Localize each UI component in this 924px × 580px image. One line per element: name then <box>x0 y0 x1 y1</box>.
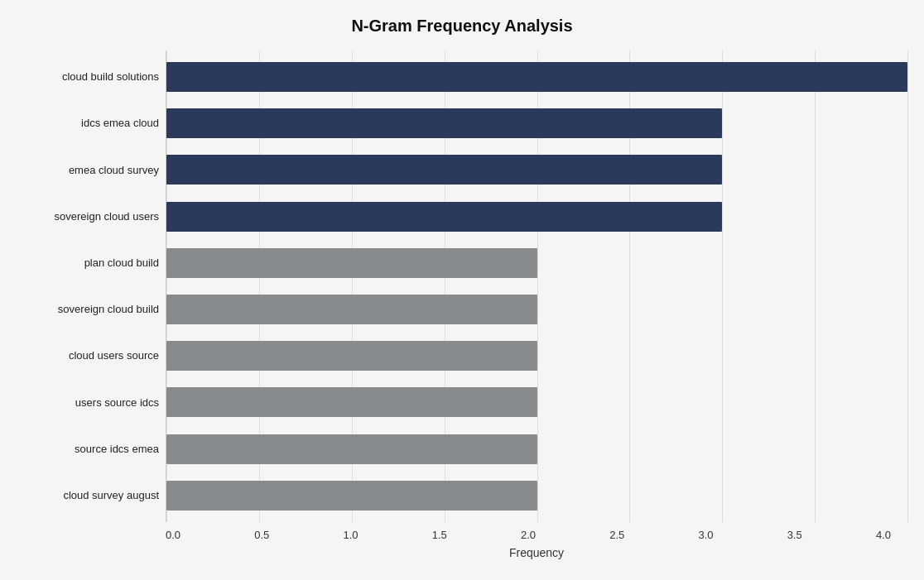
chart-area: cloud build solutionsidcs emea cloudemea… <box>17 50 907 522</box>
y-label: source idcs emea <box>75 428 159 471</box>
x-tick: 0.5 <box>254 529 269 541</box>
y-label: cloud users source <box>69 334 159 377</box>
x-tick: 3.5 <box>787 529 802 541</box>
y-label: sovereign cloud users <box>55 195 159 238</box>
bar <box>166 202 722 232</box>
y-label: sovereign cloud build <box>58 288 159 331</box>
chart-title: N-Gram Frequency Analysis <box>17 17 907 36</box>
bar-row <box>166 103 907 143</box>
y-label: plan cloud build <box>84 242 159 285</box>
bar <box>166 481 537 510</box>
y-label: cloud build solutions <box>62 55 159 98</box>
grid-line <box>907 50 908 522</box>
bar-row <box>166 150 907 189</box>
bar-row <box>166 429 907 469</box>
bar-row <box>166 336 907 376</box>
bar-row <box>166 382 907 422</box>
bar <box>166 434 537 464</box>
bar <box>166 108 722 138</box>
bar-row <box>166 290 907 329</box>
bar <box>166 155 722 185</box>
bar-row <box>166 57 907 97</box>
bar-row <box>166 476 907 515</box>
bar <box>166 295 537 324</box>
bars-section <box>166 50 907 522</box>
x-tick: 1.5 <box>432 529 447 541</box>
bar <box>166 387 537 417</box>
y-label: emea cloud survey <box>69 148 159 191</box>
x-axis-label: Frequency <box>166 546 907 559</box>
x-tick: 0.0 <box>166 529 180 541</box>
x-axis: 0.00.51.01.52.02.53.03.54.0 <box>166 529 907 541</box>
x-tick: 1.0 <box>343 529 358 541</box>
x-tick: 4.0 <box>876 529 891 541</box>
y-label: cloud survey august <box>63 474 159 517</box>
x-tick: 2.5 <box>609 529 624 541</box>
bar-row <box>166 197 907 237</box>
chart-container: N-Gram Frequency Analysis cloud build so… <box>0 0 924 580</box>
bar <box>166 341 537 371</box>
bar <box>166 62 907 92</box>
x-ticks: 0.00.51.01.52.02.53.03.54.0 <box>166 529 891 541</box>
y-label: users source idcs <box>75 381 159 424</box>
bar <box>166 248 537 278</box>
x-tick: 3.0 <box>698 529 713 541</box>
bars-rows <box>166 50 907 522</box>
x-tick: 2.0 <box>521 529 536 541</box>
y-axis-labels: cloud build solutionsidcs emea cloudemea… <box>17 50 166 522</box>
y-label: idcs emea cloud <box>81 102 159 145</box>
bar-row <box>166 243 907 283</box>
